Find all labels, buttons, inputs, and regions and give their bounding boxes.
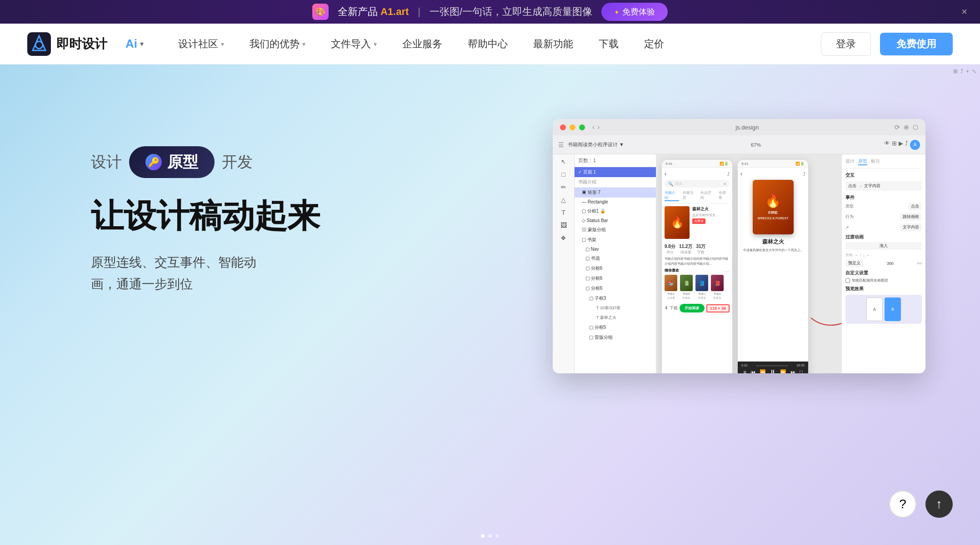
play-icon[interactable]: ▶	[899, 140, 903, 150]
preview-area: A B	[845, 295, 922, 324]
excerpt-text: 中述被风暴吹复在大半洋中的一个死岛上...	[740, 248, 805, 253]
tool-text[interactable]: T	[561, 209, 565, 216]
event-type-row: 类型 点击	[845, 203, 922, 210]
nav-item-import[interactable]: 文件导入 ▾	[318, 24, 390, 64]
banner-subtitle: 一张图/一句话，立即生成高质量图像	[430, 5, 592, 19]
player-prev-icon[interactable]: ⏮	[750, 369, 755, 373]
event-action-row: 行为 跳转画框	[845, 213, 922, 221]
layer-item-nav[interactable]: ▢ Nav	[575, 245, 656, 253]
hero-left: 设计 🔑 原型 开发 让设计稿动起来 原型连线、交互事件、智能动 画，通通一步到…	[91, 101, 355, 295]
event-type-value[interactable]: 点击	[908, 203, 922, 210]
similar-books: 📚 书名A 上传量 📗 书名B 作者名 📘	[665, 275, 730, 300]
tool-select[interactable]: ↖	[561, 158, 566, 165]
app-toolbar: ☰ 书籍阅读类小程序设计 ▼ 67% 👁 ⊞ ▶ ⤴ A	[553, 135, 925, 154]
anim-type-value[interactable]: 渐入	[845, 242, 922, 250]
player-pause-icon[interactable]: ⏸	[770, 368, 776, 373]
nav-item-pricing[interactable]: 定价	[631, 24, 677, 64]
tool-shape[interactable]: △	[561, 196, 566, 203]
layer-item-mask[interactable]: ▤ 蒙版分组	[575, 225, 656, 235]
target-value[interactable]: 文字内容	[900, 223, 922, 231]
tool-image[interactable]: 🖼	[560, 222, 567, 229]
smart-option-row[interactable]: 智能匹配相同名称图层	[845, 278, 922, 283]
smart-checkbox[interactable]	[845, 278, 850, 283]
phone-tabs: 书籍介绍 作家主页 作品空间 全部章	[665, 190, 730, 203]
layer-item-sub3[interactable]: ▢ 子框3	[575, 293, 656, 303]
player-more-icon[interactable]: □	[800, 369, 803, 373]
player-next-icon[interactable]: ⏭	[790, 369, 795, 373]
login-button[interactable]: 登录	[821, 32, 871, 56]
app-screenshot: ‹› js.design ⟳⊕⬡ ☰ 书籍阅读类小程序设计 ▼ 67% 👁 ⊞ …	[553, 119, 925, 373]
dir-icon-down[interactable]: ↓	[863, 253, 865, 258]
titlebar-right-icons: ⟳⊕⬡	[895, 124, 918, 131]
nav-item-help[interactable]: 帮助中心	[455, 24, 520, 64]
layer-item-rect7[interactable]: ▣ 矩形 7	[575, 188, 656, 198]
banner-cta-button[interactable]: 免费体验	[601, 3, 668, 21]
player-list-icon[interactable]: ≡	[743, 369, 746, 373]
tab-prototype[interactable]: 原型	[858, 158, 867, 165]
layer-item-rectangle[interactable]: — Rectangle	[575, 198, 656, 206]
tool-pen[interactable]: ✏	[561, 183, 566, 191]
dir-icon-up[interactable]: ↑	[860, 253, 862, 258]
layer-item-bookshelf[interactable]: ▢ 书架	[575, 235, 656, 245]
interact-trigger-row[interactable]: 点击 → 文字内容	[845, 181, 922, 191]
nav-item-download[interactable]: 下载	[586, 24, 631, 64]
grid-icon[interactable]: ⊞	[892, 140, 897, 150]
player-seek-back-icon[interactable]: ⏪	[760, 369, 766, 374]
scroll-top-button[interactable]: ↑	[925, 490, 953, 518]
similar-header: 猜你喜欢 .......	[665, 268, 730, 273]
dot-3[interactable]	[495, 534, 499, 538]
nav-item-enterprise[interactable]: 企业服务	[390, 24, 455, 64]
search-bar[interactable]: 🔍 搜索... ≡	[665, 180, 730, 188]
logo-area[interactable]: 即时设计	[27, 32, 107, 56]
layer-item-frame6a[interactable]: ▢ 分框6	[575, 263, 656, 273]
layer-header: 页数：1	[575, 154, 656, 167]
logo-text: 即时设计	[56, 35, 107, 53]
nav-right: 登录 免费使用	[821, 32, 953, 56]
dot-2[interactable]	[488, 534, 492, 538]
share-icon[interactable]: ⤴	[905, 140, 908, 150]
layer-item-page1[interactable]: ✓ 页面 1	[575, 167, 656, 177]
toolbar-menu-icon: ☰	[558, 141, 564, 149]
layer-item-forestfire[interactable]: T 森林之火	[575, 313, 656, 322]
action-value[interactable]: 跳转画框	[900, 213, 922, 221]
nav-item-features[interactable]: 最新功能	[520, 24, 586, 64]
tab-design[interactable]: 设计	[845, 158, 855, 165]
eye-icon[interactable]: 👁	[884, 140, 890, 150]
timing-label[interactable]: 预定义	[845, 259, 863, 267]
tool-component[interactable]: ❖	[560, 234, 566, 242]
nav-item-advantages[interactable]: 我们的优势 ▾	[237, 24, 318, 64]
help-button[interactable]: ?	[889, 490, 916, 518]
action-type-label: 行为	[845, 214, 854, 220]
layer-item-frame1[interactable]: ▢ 分框1 🔒	[575, 206, 656, 216]
free-use-button[interactable]: 免费使用	[880, 33, 953, 55]
layer-item-frame5[interactable]: ▢ 分框5	[575, 322, 656, 332]
ai-menu-button[interactable]: Ai ▾	[125, 37, 144, 51]
app-titlebar: ‹› js.design ⟳⊕⬡	[553, 119, 925, 135]
banner-close-button[interactable]: ×	[961, 6, 967, 18]
toolbar-right-icons: 👁 ⊞ ▶ ⤴ A	[884, 140, 920, 150]
layer-item-frame6c[interactable]: ▢ 分框6	[575, 283, 656, 293]
titlebar-url: js.design	[604, 124, 891, 131]
highlight-box: 118 × 36	[706, 304, 730, 312]
layer-item-booksel[interactable]: ▢ 书选	[575, 253, 656, 263]
player-seek-fwd-icon[interactable]: ⏩	[780, 369, 786, 374]
section-smart-label: 自定义设置	[845, 270, 922, 276]
tool-frame[interactable]: □	[561, 171, 565, 178]
bottom-actions: ⬇ 下载 开始阅读 118 × 36	[665, 304, 730, 312]
dot-1[interactable]	[481, 534, 485, 538]
phone-mockup-detail: 9:41 📶🔋 ‹ ⤴ 🔍 搜索	[662, 160, 732, 373]
event-target-row: ↗ 文字内容	[845, 223, 922, 231]
layer-item-statusbar[interactable]: ◇ Status Bar	[575, 216, 656, 225]
layer-item-chapters[interactable]: T 10章/337章	[575, 303, 656, 313]
brand-name: A1.art	[380, 6, 409, 17]
nav-item-community[interactable]: 设计社区 ▾	[165, 24, 237, 64]
timing-unit: ms	[917, 261, 922, 265]
dir-icon-left[interactable]: ←	[866, 253, 870, 258]
direction-icon[interactable]: →	[854, 253, 858, 258]
stats-row: 9.8分 评分 11.2万 阅读量 31万 字数	[665, 243, 730, 255]
layer-item-thunder[interactable]: ▢ 雷版分组	[575, 332, 656, 342]
layer-item-frame6b[interactable]: ▢ 分框6	[575, 273, 656, 283]
ai-label: Ai	[125, 37, 137, 51]
tab-annotate[interactable]: 标注	[871, 158, 880, 165]
app-right-panel: 设计 原型 标注 交互 点击 → 文字内容 事件 类型	[841, 154, 925, 373]
